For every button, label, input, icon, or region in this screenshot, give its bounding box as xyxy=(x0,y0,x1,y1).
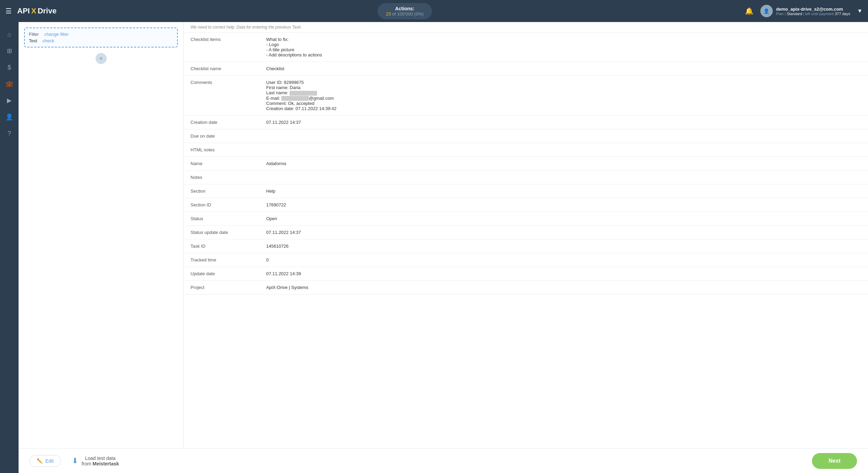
filter-row-1: Filter change filter xyxy=(29,32,173,37)
row-label: Status update date xyxy=(184,226,259,239)
edit-button[interactable]: ✏️ Edit xyxy=(30,455,61,467)
sidebar-item-logs[interactable]: ▶ xyxy=(2,94,16,107)
table-row: Due on date xyxy=(184,129,868,143)
row-label: Comments xyxy=(184,76,259,116)
table-row: HTML notes xyxy=(184,143,868,157)
row-label: Section ID xyxy=(184,198,259,212)
left-panel: Filter change filter Test check + xyxy=(19,22,184,473)
sidebar-item-help[interactable]: ? xyxy=(2,127,16,140)
next-button[interactable]: Next xyxy=(812,453,857,469)
row-value xyxy=(259,143,868,157)
actions-current: 23 xyxy=(386,11,391,17)
table-row: CommentsUser ID: 92999675First name: Dar… xyxy=(184,76,868,116)
filter-label: Filter xyxy=(29,32,39,37)
row-value: 0 xyxy=(259,253,868,267)
sidebar-item-home[interactable]: ⌂ xyxy=(2,28,16,41)
edit-label: Edit xyxy=(45,458,54,464)
row-value: 07.11.2022 14:37 xyxy=(259,226,868,239)
table-row: Task ID145610726 xyxy=(184,239,868,253)
add-button[interactable]: + xyxy=(96,53,107,64)
row-value: What to fix:- Logo- A title picture- Add… xyxy=(259,33,868,62)
row-value: 07.11.2022 14:39 xyxy=(259,267,868,281)
navbar-right: 🔔 👤 demo_apix-drive_s2@com.com Plan | St… xyxy=(745,5,862,17)
bell-icon[interactable]: 🔔 xyxy=(745,7,753,15)
user-plan: Plan | Standard | left until payment 377… xyxy=(776,12,850,16)
row-label: Checklist items xyxy=(184,33,259,62)
sidebar-item-projects[interactable]: 💼 xyxy=(2,77,16,91)
load-data-button[interactable]: ⬇ Load test data from Meistertask xyxy=(72,455,119,466)
row-label: HTML notes xyxy=(184,143,259,157)
row-value xyxy=(259,129,868,143)
plan-days-val: 377 days xyxy=(835,12,850,16)
table-row: Section ID17690722 xyxy=(184,198,868,212)
table-row: Notes xyxy=(184,171,868,184)
actions-total: 100'000 xyxy=(397,11,413,17)
main-container: Filter change filter Test check + We nee… xyxy=(19,22,868,473)
user-info: 👤 demo_apix-drive_s2@com.com Plan | Stan… xyxy=(760,5,850,17)
description-text: We need to correct help. Data for enteri… xyxy=(184,22,868,33)
plan-prefix: Plan | xyxy=(776,12,786,16)
row-value: Open xyxy=(259,212,868,226)
plan-suffix: | left until payment xyxy=(803,12,834,16)
table-row: NameAidaforms xyxy=(184,157,868,171)
logo-drive-text: Drive xyxy=(37,7,56,15)
row-label: Section xyxy=(184,184,259,198)
row-value: Help xyxy=(259,184,868,198)
row-label: Task ID xyxy=(184,239,259,253)
filter-box: Filter change filter Test check xyxy=(24,28,178,47)
filter-value: Test xyxy=(29,38,37,43)
row-value: ApiX-Drive | Systems xyxy=(259,281,868,294)
table-row: StatusOpen xyxy=(184,212,868,226)
table-row: Checklist nameChecklist xyxy=(184,62,868,76)
table-row: Creation date07.11.2022 14:37 xyxy=(184,116,868,129)
actions-title: Actions: xyxy=(395,6,414,11)
sidebar-item-connections[interactable]: ⊞ xyxy=(2,44,16,58)
hamburger-icon[interactable]: ☰ xyxy=(6,7,12,15)
row-value: Checklist xyxy=(259,62,868,76)
row-label: Creation date xyxy=(184,116,259,129)
navbar: ☰ APIXDrive Actions: 23 of 100'000 (0%) … xyxy=(0,0,868,22)
row-label: Notes xyxy=(184,171,259,184)
load-service-name: Meistertask xyxy=(93,461,119,466)
edit-icon: ✏️ xyxy=(37,458,43,464)
data-table: Checklist itemsWhat to fix:- Logo- A tit… xyxy=(184,33,868,294)
row-label: Status xyxy=(184,212,259,226)
avatar: 👤 xyxy=(760,5,773,17)
row-value xyxy=(259,171,868,184)
plan-name: Standard xyxy=(787,12,802,16)
download-icon: ⬇ xyxy=(72,456,78,465)
bottom-bar: ✏️ Edit ⬇ Load test data from Meistertas… xyxy=(19,448,868,473)
filter-row-2: Test check xyxy=(29,38,173,43)
row-value: User ID: 92999675First name: DariaLast n… xyxy=(259,76,868,116)
row-label: Update date xyxy=(184,267,259,281)
load-label: Load test data from Meistertask xyxy=(82,455,119,466)
table-row: Status update date07.11.2022 14:37 xyxy=(184,226,868,239)
actions-badge: Actions: 23 of 100'000 (0%) xyxy=(378,3,432,19)
row-value: 07.11.2022 14:37 xyxy=(259,116,868,129)
logo: APIXDrive xyxy=(17,7,56,15)
change-filter-link[interactable]: change filter xyxy=(44,32,69,37)
user-email: demo_apix-drive_s2@com.com xyxy=(776,7,850,12)
row-value: 17690722 xyxy=(259,198,868,212)
sidebar-item-profile[interactable]: 👤 xyxy=(2,110,16,124)
user-details: demo_apix-drive_s2@com.com Plan | Standa… xyxy=(776,7,850,16)
table-row: Checklist itemsWhat to fix:- Logo- A tit… xyxy=(184,33,868,62)
logo-api-text: API xyxy=(17,7,30,15)
logo-x-text: X xyxy=(31,7,36,15)
sidebar-item-billing[interactable]: $ xyxy=(2,61,16,74)
row-label: Checklist name xyxy=(184,62,259,76)
sidebar: ⌂ ⊞ $ 💼 ▶ 👤 ? xyxy=(0,22,19,473)
table-row: SectionHelp xyxy=(184,184,868,198)
table-row: ProjectApiX-Drive | Systems xyxy=(184,281,868,294)
table-row: Update date07.11.2022 14:39 xyxy=(184,267,868,281)
filter-check-link[interactable]: check xyxy=(43,38,54,43)
row-value: Aidaforms xyxy=(259,157,868,171)
actions-count: 23 of 100'000 (0%) xyxy=(386,11,424,17)
row-label: Name xyxy=(184,157,259,171)
actions-of: of xyxy=(392,11,397,17)
right-panel: We need to correct help. Data for enteri… xyxy=(184,22,868,473)
row-label: Project xyxy=(184,281,259,294)
row-label: Due on date xyxy=(184,129,259,143)
row-value: 145610726 xyxy=(259,239,868,253)
chevron-down-icon[interactable]: ▼ xyxy=(857,8,862,14)
